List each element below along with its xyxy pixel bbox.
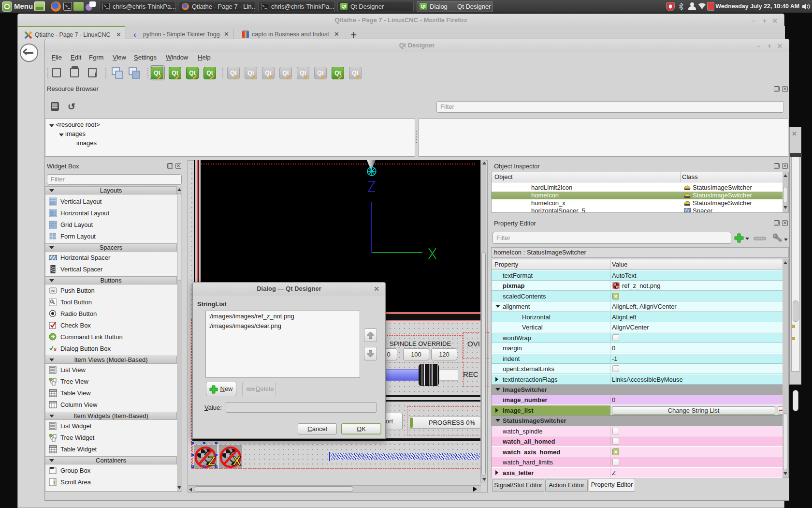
svg-text:x: x xyxy=(54,346,57,352)
svg-text:z: z xyxy=(617,285,619,289)
svg-text:X: X xyxy=(232,454,241,468)
svg-text:OK: OK xyxy=(51,290,55,293)
svg-text:Z: Z xyxy=(208,454,216,468)
